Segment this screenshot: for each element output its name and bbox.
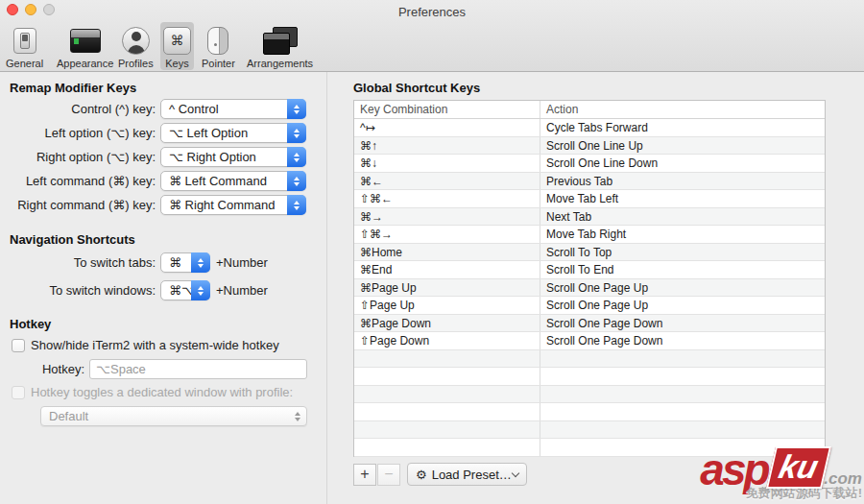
watermark-asp: asp: [700, 451, 767, 489]
key-combination-cell: [354, 350, 540, 368]
key-combination-cell: ⌘End: [354, 261, 540, 278]
remap-heading: Remap Modifier Keys: [10, 81, 136, 95]
remap-rows: Control (^) key: ^ Control Left option (…: [0, 99, 319, 219]
remap-row: Control (^) key: ^ Control: [0, 99, 319, 119]
table-row[interactable]: ^↦ Cycle Tabs Forward: [354, 119, 825, 137]
table-row[interactable]: ⌘↑ Scroll One Line Up: [354, 137, 825, 156]
stepper-icon: [287, 171, 306, 191]
table-row[interactable]: [354, 350, 825, 369]
table-row[interactable]: ⇧Page Down Scroll One Page Down: [354, 332, 825, 350]
navigation-suffix: +Number: [216, 283, 268, 298]
key-combination-cell: ⌘Page Up: [354, 279, 540, 297]
action-cell: Scroll To Top: [540, 244, 825, 261]
remap-dropdown[interactable]: ⌥ Right Option: [160, 147, 306, 167]
remap-dropdown-value: ⌥ Left Option: [169, 124, 248, 143]
table-row[interactable]: [354, 386, 825, 404]
general-switch-icon: [13, 28, 36, 54]
load-preset-button[interactable]: ⚙ Load Preset…: [407, 463, 527, 486]
remap-dropdown-value: ⌥ Right Option: [169, 148, 256, 167]
key-combination-cell: ⇧Page Down: [354, 332, 540, 349]
key-combination-cell: ⌘Home: [354, 244, 540, 261]
toolbar: General Appearance Profiles ⌘ Keys Point…: [0, 21, 864, 71]
remap-row: Left option (⌥) key: ⌥ Left Option: [0, 123, 319, 143]
remap-dropdown-value: ⌘ Left Command: [169, 172, 267, 191]
stepper-icon: [191, 280, 210, 300]
gear-icon: ⚙: [416, 468, 427, 481]
tab-label: Profiles: [118, 58, 154, 69]
table-row[interactable]: ⇧⌘→ Move Tab Right: [354, 226, 825, 244]
key-combination-cell: [354, 386, 540, 403]
remap-row: Right command (⌘) key: ⌘ Right Command: [0, 195, 319, 215]
content-area: Remap Modifier Keys Control (^) key: ^ C…: [0, 72, 864, 504]
key-combination-cell: ⌘→: [354, 208, 540, 226]
navigation-dropdown[interactable]: ⌘: [160, 252, 210, 273]
popup-chevrons-icon: [295, 407, 300, 425]
remap-dropdown[interactable]: ⌘ Left Command: [160, 171, 306, 191]
table-row[interactable]: [354, 368, 825, 386]
navigation-suffix: +Number: [216, 255, 268, 270]
tab-profiles[interactable]: Profiles: [115, 22, 156, 70]
remap-row-label: Control (^) key:: [0, 102, 156, 116]
profile-popup[interactable]: Default: [40, 406, 307, 426]
table-footer: + − ⚙ Load Preset…: [353, 463, 527, 486]
stepper-icon: [287, 123, 306, 143]
remap-dropdown[interactable]: ⌥ Left Option: [160, 123, 306, 143]
remap-row-label: Right option (⌥) key:: [0, 150, 156, 164]
action-cell: Scroll One Page Up: [540, 279, 825, 297]
navigation-dropdown[interactable]: ⌘⌥: [160, 280, 210, 300]
table-row[interactable]: [354, 421, 825, 440]
column-header-action[interactable]: Action: [540, 101, 825, 118]
table-header: Key Combination Action: [354, 101, 825, 119]
table-row[interactable]: ⌘Page Down Scroll One Page Down: [354, 315, 825, 333]
add-shortcut-button[interactable]: +: [353, 464, 376, 486]
action-cell: [540, 403, 825, 420]
tab-pointer[interactable]: Pointer: [199, 22, 238, 70]
tab-arrangements[interactable]: Arrangements: [244, 22, 316, 70]
key-combination-cell: [354, 439, 540, 456]
key-combination-cell: ⌘↑: [354, 137, 540, 155]
chevron-down-icon: [512, 468, 519, 476]
remap-dropdown[interactable]: ⌘ Right Command: [160, 195, 306, 215]
table-row[interactable]: ⌘Page Up Scroll One Page Up: [354, 279, 825, 298]
key-combination-cell: ⇧⌘←: [354, 190, 540, 207]
table-row[interactable]: ⇧⌘← Move Tab Left: [354, 190, 825, 208]
watermark: asp ku .com 免费网站源码下载站!: [700, 446, 862, 502]
stepper-icon: [191, 252, 210, 273]
table-row[interactable]: ⌘↓ Scroll One Line Down: [354, 155, 825, 173]
column-header-key[interactable]: Key Combination: [354, 101, 540, 118]
show-hide-hotkey-row: Show/hide iTerm2 with a system-wide hotk…: [12, 338, 279, 352]
window-title: Preferences: [0, 5, 864, 19]
dedicated-window-checkbox[interactable]: [12, 386, 25, 399]
profile-popup-value: Default: [49, 407, 88, 426]
action-cell: [540, 386, 825, 403]
tab-appearance[interactable]: Appearance: [54, 22, 116, 70]
remap-row: Left command (⌘) key: ⌘ Left Command: [0, 171, 319, 191]
table-row[interactable]: ⌘End Scroll To End: [354, 261, 825, 279]
table-row[interactable]: ⌘Home Scroll To Top: [354, 244, 825, 262]
action-cell: Scroll One Page Up: [540, 297, 825, 314]
action-cell: Previous Tab: [540, 173, 825, 190]
action-cell: Scroll One Line Down: [540, 155, 825, 172]
tab-keys[interactable]: ⌘ Keys: [160, 22, 194, 70]
show-hide-hotkey-checkbox[interactable]: [12, 339, 25, 352]
action-cell: Move Tab Right: [540, 226, 825, 243]
key-combination-cell: ⇧Page Up: [354, 297, 540, 314]
tab-general[interactable]: General: [3, 22, 46, 70]
table-row[interactable]: [354, 403, 825, 421]
navigation-heading: Navigation Shortcuts: [10, 232, 135, 247]
tab-label: Appearance: [57, 58, 113, 69]
action-cell: Move Tab Left: [540, 190, 825, 207]
tab-label: Keys: [165, 58, 188, 69]
table-row[interactable]: ⌘→ Next Tab: [354, 208, 825, 227]
remove-shortcut-button[interactable]: −: [377, 464, 400, 486]
action-cell: [540, 421, 825, 439]
dedicated-window-row: Hotkey toggles a dedicated window with p…: [12, 385, 293, 399]
pointer-mouse-icon: [207, 27, 228, 55]
table-row[interactable]: ⇧Page Up Scroll One Page Up: [354, 297, 825, 315]
hotkey-input[interactable]: ⌥Space: [89, 359, 307, 379]
remap-dropdown[interactable]: ^ Control: [160, 99, 306, 119]
navigation-row: To switch windows: ⌘⌥ +Number: [0, 280, 319, 300]
table-row[interactable]: ⌘← Previous Tab: [354, 173, 825, 191]
show-hide-hotkey-label: Show/hide iTerm2 with a system-wide hotk…: [31, 338, 279, 352]
action-cell: Scroll To End: [540, 261, 825, 278]
